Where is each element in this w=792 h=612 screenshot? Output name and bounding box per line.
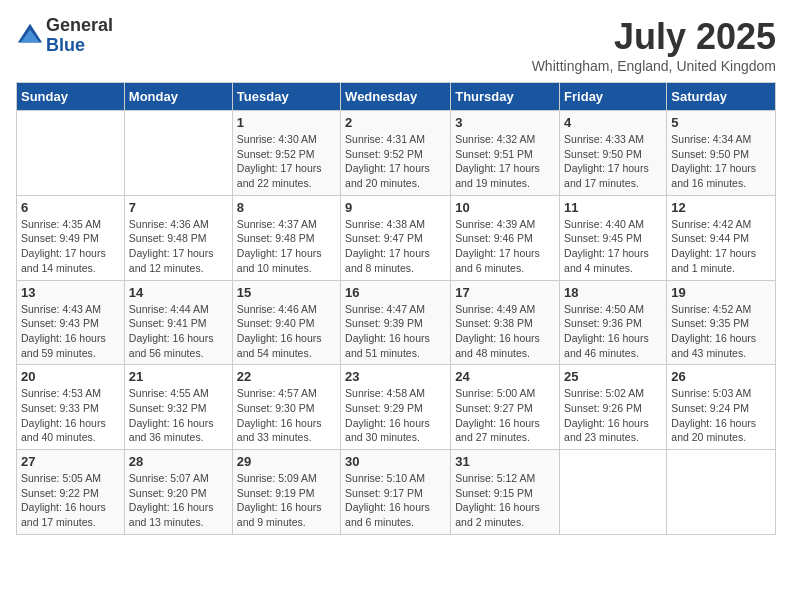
header-wednesday: Wednesday	[341, 83, 451, 111]
day-number: 12	[671, 200, 771, 215]
calendar-cell: 22Sunrise: 4:57 AMSunset: 9:30 PMDayligh…	[232, 365, 340, 450]
day-info: Sunrise: 4:31 AMSunset: 9:52 PMDaylight:…	[345, 132, 446, 191]
title-section: July 2025 Whittingham, England, United K…	[532, 16, 776, 74]
day-info: Sunrise: 4:35 AMSunset: 9:49 PMDaylight:…	[21, 217, 120, 276]
week-row-2: 6Sunrise: 4:35 AMSunset: 9:49 PMDaylight…	[17, 195, 776, 280]
day-number: 22	[237, 369, 336, 384]
calendar-cell: 28Sunrise: 5:07 AMSunset: 9:20 PMDayligh…	[124, 450, 232, 535]
day-number: 4	[564, 115, 662, 130]
day-info: Sunrise: 5:03 AMSunset: 9:24 PMDaylight:…	[671, 386, 771, 445]
calendar-cell: 26Sunrise: 5:03 AMSunset: 9:24 PMDayligh…	[667, 365, 776, 450]
logo: General Blue	[16, 16, 113, 56]
day-info: Sunrise: 4:49 AMSunset: 9:38 PMDaylight:…	[455, 302, 555, 361]
logo-icon	[16, 22, 44, 50]
calendar-cell: 11Sunrise: 4:40 AMSunset: 9:45 PMDayligh…	[560, 195, 667, 280]
day-info: Sunrise: 5:09 AMSunset: 9:19 PMDaylight:…	[237, 471, 336, 530]
month-title: July 2025	[532, 16, 776, 58]
calendar-cell: 19Sunrise: 4:52 AMSunset: 9:35 PMDayligh…	[667, 280, 776, 365]
calendar-cell: 5Sunrise: 4:34 AMSunset: 9:50 PMDaylight…	[667, 111, 776, 196]
day-number: 27	[21, 454, 120, 469]
day-number: 28	[129, 454, 228, 469]
day-info: Sunrise: 5:02 AMSunset: 9:26 PMDaylight:…	[564, 386, 662, 445]
calendar-cell: 16Sunrise: 4:47 AMSunset: 9:39 PMDayligh…	[341, 280, 451, 365]
calendar-table: SundayMondayTuesdayWednesdayThursdayFrid…	[16, 82, 776, 535]
day-info: Sunrise: 5:10 AMSunset: 9:17 PMDaylight:…	[345, 471, 446, 530]
day-info: Sunrise: 4:36 AMSunset: 9:48 PMDaylight:…	[129, 217, 228, 276]
day-info: Sunrise: 4:34 AMSunset: 9:50 PMDaylight:…	[671, 132, 771, 191]
day-info: Sunrise: 4:37 AMSunset: 9:48 PMDaylight:…	[237, 217, 336, 276]
calendar-cell: 29Sunrise: 5:09 AMSunset: 9:19 PMDayligh…	[232, 450, 340, 535]
calendar-cell: 30Sunrise: 5:10 AMSunset: 9:17 PMDayligh…	[341, 450, 451, 535]
day-info: Sunrise: 4:43 AMSunset: 9:43 PMDaylight:…	[21, 302, 120, 361]
calendar-cell: 4Sunrise: 4:33 AMSunset: 9:50 PMDaylight…	[560, 111, 667, 196]
calendar-cell: 7Sunrise: 4:36 AMSunset: 9:48 PMDaylight…	[124, 195, 232, 280]
day-number: 9	[345, 200, 446, 215]
day-number: 24	[455, 369, 555, 384]
day-info: Sunrise: 5:00 AMSunset: 9:27 PMDaylight:…	[455, 386, 555, 445]
day-info: Sunrise: 4:39 AMSunset: 9:46 PMDaylight:…	[455, 217, 555, 276]
calendar-cell: 25Sunrise: 5:02 AMSunset: 9:26 PMDayligh…	[560, 365, 667, 450]
calendar-cell: 6Sunrise: 4:35 AMSunset: 9:49 PMDaylight…	[17, 195, 125, 280]
day-info: Sunrise: 4:50 AMSunset: 9:36 PMDaylight:…	[564, 302, 662, 361]
calendar-cell: 15Sunrise: 4:46 AMSunset: 9:40 PMDayligh…	[232, 280, 340, 365]
calendar-cell: 9Sunrise: 4:38 AMSunset: 9:47 PMDaylight…	[341, 195, 451, 280]
day-info: Sunrise: 4:44 AMSunset: 9:41 PMDaylight:…	[129, 302, 228, 361]
calendar-cell: 1Sunrise: 4:30 AMSunset: 9:52 PMDaylight…	[232, 111, 340, 196]
week-row-5: 27Sunrise: 5:05 AMSunset: 9:22 PMDayligh…	[17, 450, 776, 535]
calendar-cell: 17Sunrise: 4:49 AMSunset: 9:38 PMDayligh…	[451, 280, 560, 365]
day-info: Sunrise: 4:57 AMSunset: 9:30 PMDaylight:…	[237, 386, 336, 445]
day-number: 31	[455, 454, 555, 469]
day-info: Sunrise: 5:12 AMSunset: 9:15 PMDaylight:…	[455, 471, 555, 530]
day-info: Sunrise: 4:30 AMSunset: 9:52 PMDaylight:…	[237, 132, 336, 191]
day-info: Sunrise: 4:47 AMSunset: 9:39 PMDaylight:…	[345, 302, 446, 361]
calendar-body: 1Sunrise: 4:30 AMSunset: 9:52 PMDaylight…	[17, 111, 776, 535]
calendar-cell	[560, 450, 667, 535]
day-info: Sunrise: 4:33 AMSunset: 9:50 PMDaylight:…	[564, 132, 662, 191]
calendar-cell: 12Sunrise: 4:42 AMSunset: 9:44 PMDayligh…	[667, 195, 776, 280]
day-info: Sunrise: 4:46 AMSunset: 9:40 PMDaylight:…	[237, 302, 336, 361]
day-number: 19	[671, 285, 771, 300]
logo-blue: Blue	[46, 36, 113, 56]
day-number: 10	[455, 200, 555, 215]
header-saturday: Saturday	[667, 83, 776, 111]
calendar-cell: 18Sunrise: 4:50 AMSunset: 9:36 PMDayligh…	[560, 280, 667, 365]
calendar-cell: 31Sunrise: 5:12 AMSunset: 9:15 PMDayligh…	[451, 450, 560, 535]
header-monday: Monday	[124, 83, 232, 111]
day-number: 26	[671, 369, 771, 384]
week-row-1: 1Sunrise: 4:30 AMSunset: 9:52 PMDaylight…	[17, 111, 776, 196]
day-number: 13	[21, 285, 120, 300]
day-number: 30	[345, 454, 446, 469]
day-number: 25	[564, 369, 662, 384]
calendar-cell	[667, 450, 776, 535]
calendar-cell: 14Sunrise: 4:44 AMSunset: 9:41 PMDayligh…	[124, 280, 232, 365]
day-info: Sunrise: 5:07 AMSunset: 9:20 PMDaylight:…	[129, 471, 228, 530]
day-number: 20	[21, 369, 120, 384]
calendar-cell: 27Sunrise: 5:05 AMSunset: 9:22 PMDayligh…	[17, 450, 125, 535]
calendar-cell	[17, 111, 125, 196]
calendar-header: SundayMondayTuesdayWednesdayThursdayFrid…	[17, 83, 776, 111]
day-number: 15	[237, 285, 336, 300]
page-header: General Blue July 2025 Whittingham, Engl…	[16, 16, 776, 74]
calendar-cell: 3Sunrise: 4:32 AMSunset: 9:51 PMDaylight…	[451, 111, 560, 196]
header-tuesday: Tuesday	[232, 83, 340, 111]
calendar-cell: 21Sunrise: 4:55 AMSunset: 9:32 PMDayligh…	[124, 365, 232, 450]
calendar-cell	[124, 111, 232, 196]
day-number: 17	[455, 285, 555, 300]
day-info: Sunrise: 4:32 AMSunset: 9:51 PMDaylight:…	[455, 132, 555, 191]
day-number: 11	[564, 200, 662, 215]
day-number: 8	[237, 200, 336, 215]
week-row-4: 20Sunrise: 4:53 AMSunset: 9:33 PMDayligh…	[17, 365, 776, 450]
header-row: SundayMondayTuesdayWednesdayThursdayFrid…	[17, 83, 776, 111]
day-number: 16	[345, 285, 446, 300]
week-row-3: 13Sunrise: 4:43 AMSunset: 9:43 PMDayligh…	[17, 280, 776, 365]
calendar-cell: 13Sunrise: 4:43 AMSunset: 9:43 PMDayligh…	[17, 280, 125, 365]
day-number: 23	[345, 369, 446, 384]
day-info: Sunrise: 4:40 AMSunset: 9:45 PMDaylight:…	[564, 217, 662, 276]
day-number: 7	[129, 200, 228, 215]
header-sunday: Sunday	[17, 83, 125, 111]
logo-general: General	[46, 16, 113, 36]
calendar-cell: 2Sunrise: 4:31 AMSunset: 9:52 PMDaylight…	[341, 111, 451, 196]
day-info: Sunrise: 4:55 AMSunset: 9:32 PMDaylight:…	[129, 386, 228, 445]
day-number: 29	[237, 454, 336, 469]
day-number: 3	[455, 115, 555, 130]
